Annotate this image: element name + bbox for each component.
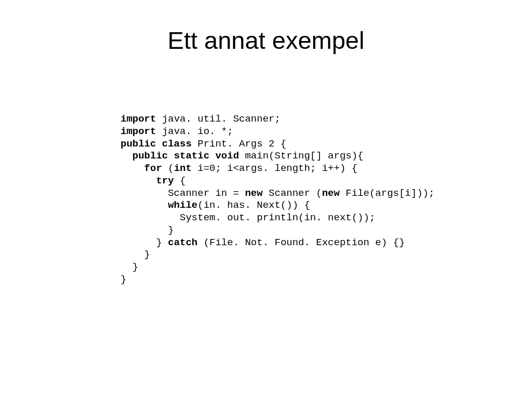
code-line: } <box>121 274 434 286</box>
code-line: Scanner in = new Scanner (new File(args[… <box>121 188 434 200</box>
slide: Ett annat exempel import java. util. Sca… <box>0 0 532 399</box>
code-line: try { <box>121 175 434 188</box>
code-line: while(in. has. Next()) { <box>121 200 434 212</box>
slide-title: Ett annat exempel <box>0 26 532 55</box>
code-block: import java. util. Scanner;import java. … <box>121 113 434 286</box>
code-line: } <box>121 224 434 237</box>
code-line: import java. io. *; <box>121 126 434 138</box>
code-line: public static void main(String[] args){ <box>121 150 434 163</box>
code-line: public class Print. Args 2 { <box>121 138 434 151</box>
code-line: } catch (File. Not. Found. Exception e) … <box>121 237 434 249</box>
code-line: } <box>121 249 434 261</box>
code-line: import java. util. Scanner; <box>121 113 434 126</box>
code-line: System. out. println(in. next()); <box>121 212 434 224</box>
code-line: for (int i=0; i<args. length; i++) { <box>121 163 434 175</box>
code-line: } <box>121 261 434 274</box>
